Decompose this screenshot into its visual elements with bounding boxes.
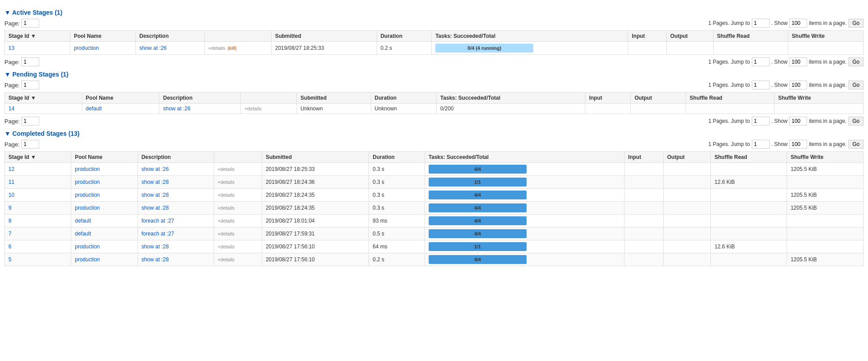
description-link[interactable]: show at :28: [142, 256, 169, 263]
completed-col-stageid[interactable]: Stage Id ▼: [5, 152, 71, 163]
stage-id-link[interactable]: 10: [8, 192, 14, 198]
description-link[interactable]: foreach at :27: [142, 218, 174, 224]
stage-id-link[interactable]: 8: [8, 218, 12, 224]
pending-col-shuffle-read[interactable]: Shuffle Read: [686, 93, 775, 104]
stage-id-link[interactable]: 6: [8, 243, 12, 250]
pending-stages-title[interactable]: Pending Stages (1): [4, 71, 864, 78]
active-jump-input-top[interactable]: [752, 19, 770, 28]
pending-col-input[interactable]: Input: [585, 93, 631, 104]
completed-col-description[interactable]: Description: [138, 152, 214, 163]
pending-show-input-top[interactable]: [789, 81, 807, 89]
active-col-submitted[interactable]: Submitted: [271, 31, 377, 42]
pending-col-shuffle-write[interactable]: Shuffle Write: [775, 93, 864, 104]
active-page-input-bottom[interactable]: [21, 57, 39, 66]
completed-page-input-top[interactable]: [21, 140, 39, 149]
completed-show-input-top[interactable]: [789, 140, 807, 149]
pending-col-tasks[interactable]: Tasks: Succeeded/Total: [437, 93, 585, 104]
completed-col-shuffle-write[interactable]: Shuffle Write: [787, 152, 864, 163]
pending-jump-input-bottom[interactable]: [752, 117, 770, 126]
description-link[interactable]: show at :26: [142, 166, 169, 172]
active-go-button-top[interactable]: Go: [848, 19, 864, 28]
details-link[interactable]: +details: [218, 218, 235, 223]
completed-col-input[interactable]: Input: [625, 152, 664, 163]
active-stages-title[interactable]: Active Stages (1): [4, 9, 864, 16]
details-link[interactable]: +details: [218, 192, 235, 198]
active-col-shuffle-write[interactable]: Shuffle Write: [788, 31, 863, 42]
stage-id-link[interactable]: 14: [8, 105, 14, 112]
pool-name-link[interactable]: default: [75, 231, 91, 237]
pool-name-link[interactable]: production: [75, 166, 100, 172]
pool-name-link[interactable]: production: [75, 243, 100, 250]
completed-col-tasks[interactable]: Tasks: Succeeded/Total: [425, 152, 624, 163]
details-link[interactable]: +details: [218, 205, 235, 211]
details-link[interactable]: +details: [218, 166, 235, 172]
pending-col-submitted[interactable]: Submitted: [297, 93, 371, 104]
active-col-shuffle-read[interactable]: Shuffle Read: [713, 31, 788, 42]
active-go-button-bottom[interactable]: Go: [848, 57, 864, 66]
description-link[interactable]: show at :28: [142, 192, 169, 198]
description-link[interactable]: foreach at :27: [142, 231, 174, 237]
stage-id-link[interactable]: 11: [8, 179, 14, 185]
pending-go-button-top[interactable]: Go: [848, 81, 864, 89]
description-link[interactable]: show at :26: [139, 45, 166, 51]
pending-show-input-bottom[interactable]: [789, 117, 807, 126]
pool-name-link[interactable]: production: [75, 179, 100, 185]
active-col-input[interactable]: Input: [628, 31, 666, 42]
details-link[interactable]: +details: [218, 179, 235, 185]
description-link[interactable]: show at :28: [142, 243, 169, 250]
active-jump-input-bottom[interactable]: [752, 57, 770, 66]
completed-go-button-top[interactable]: Go: [848, 140, 864, 149]
completed-jump-input-top[interactable]: [752, 140, 770, 149]
active-col-output[interactable]: Output: [666, 31, 713, 42]
pending-jump-input-top[interactable]: [752, 81, 770, 89]
stage-id-link[interactable]: 7: [8, 231, 12, 237]
pool-name-link[interactable]: production: [74, 45, 99, 51]
pending-col-output[interactable]: Output: [631, 93, 686, 104]
active-page-input-top[interactable]: [21, 19, 39, 28]
details-link[interactable]: +details: [208, 45, 225, 51]
pending-page-input-bottom[interactable]: [21, 117, 39, 126]
pool-name-link[interactable]: default: [75, 218, 91, 224]
kill-link[interactable]: (kill): [227, 45, 236, 51]
pool-name-link[interactable]: production: [75, 256, 100, 263]
active-show-input-top[interactable]: [789, 19, 807, 28]
completed-col-duration[interactable]: Duration: [369, 152, 425, 163]
completed-col-shuffle-read[interactable]: Shuffle Read: [711, 152, 787, 163]
active-col-details: [204, 31, 271, 42]
active-show-input-bottom[interactable]: [789, 57, 807, 66]
completed-pages-info-top: 1 Pages. Jump to: [708, 141, 750, 147]
pool-name-link[interactable]: production: [75, 192, 100, 198]
completed-page-right-top: 1 Pages. Jump to . Show items in a page.…: [708, 140, 864, 149]
active-col-stageid[interactable]: Stage Id ▼: [5, 31, 70, 42]
shuffle-read-cell: [711, 202, 787, 215]
active-col-poolname[interactable]: Pool Name: [70, 31, 135, 42]
completed-col-output[interactable]: Output: [663, 152, 711, 163]
pending-col-duration[interactable]: Duration: [371, 93, 437, 104]
pending-page-input-top[interactable]: [21, 81, 39, 89]
description-cell: show at :28: [138, 202, 214, 215]
pending-col-description[interactable]: Description: [159, 93, 241, 104]
pending-col-stageid[interactable]: Stage Id ▼: [5, 93, 82, 104]
completed-stages-title[interactable]: Completed Stages (13): [4, 130, 864, 137]
stage-id-link[interactable]: 13: [8, 45, 14, 51]
pool-name-link[interactable]: default: [86, 105, 102, 112]
stage-id-link[interactable]: 5: [8, 256, 12, 263]
completed-col-poolname[interactable]: Pool Name: [71, 152, 138, 163]
details-link[interactable]: +details: [218, 231, 235, 236]
input-cell: [625, 227, 664, 240]
details-link[interactable]: +details: [244, 106, 261, 111]
details-link[interactable]: +details: [218, 257, 235, 262]
stage-id-link[interactable]: 12: [8, 166, 14, 172]
active-col-duration[interactable]: Duration: [377, 31, 432, 42]
pool-name-link[interactable]: production: [75, 205, 100, 211]
pending-col-poolname[interactable]: Pool Name: [82, 93, 159, 104]
pending-go-button-bottom[interactable]: Go: [848, 117, 864, 126]
description-link[interactable]: show at :28: [142, 205, 169, 211]
stage-id-link[interactable]: 9: [8, 205, 12, 211]
completed-col-submitted[interactable]: Submitted: [262, 152, 369, 163]
active-col-description[interactable]: Description: [136, 31, 205, 42]
details-link[interactable]: +details: [218, 244, 235, 249]
active-col-tasks[interactable]: Tasks: Succeeded/Total: [432, 31, 628, 42]
description-link[interactable]: show at :28: [142, 179, 169, 185]
description-link[interactable]: show at :26: [163, 105, 190, 112]
